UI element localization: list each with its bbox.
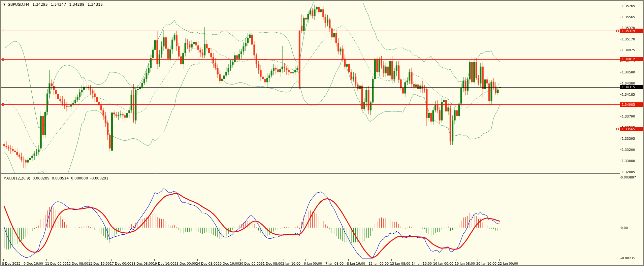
date-tick-label: 22 Jan 00:00: [498, 262, 518, 265]
price-tick-label: 1.34185: [622, 93, 635, 96]
date-tick-label: 8 Dec 2025: [2, 262, 21, 265]
close-value: 1.34315: [88, 2, 103, 7]
date-tick-label: 12 Dec 08:00: [67, 262, 88, 265]
date-tick-label: 31 Dec 08:00: [261, 262, 282, 265]
date-tick-label: 26 Dec 16:00: [218, 262, 239, 265]
date-tick-label: 8 Jan 16:00: [347, 262, 365, 265]
hline-price-label[interactable]: 1.33565: [620, 127, 643, 131]
price-tick-label: 1.35765: [622, 4, 635, 8]
price-tick-label: 1.35565: [622, 15, 635, 19]
macd-tick-label: 0.00: [621, 226, 628, 230]
low-value: 1.34289: [69, 2, 85, 7]
date-tick-label: 17 Dec 00:00: [110, 262, 131, 265]
high-value: 1.34347: [51, 2, 66, 7]
date-tick-label: 12 Jan 00:00: [368, 262, 389, 265]
price-chart-canvas[interactable]: [1, 1, 644, 266]
price-tick-label: 1.32805: [622, 170, 635, 174]
price-tick-label: 1.33200: [622, 148, 635, 152]
date-tick-label: 14 Jan 16:00: [412, 262, 432, 265]
price-tick-label: 1.35170: [622, 37, 635, 41]
macd-indicator-header: MACD(12,26,9)0.0002890.0005140.000000-0.…: [3, 176, 111, 180]
date-tick-label: 23 Dec 00:00: [174, 262, 196, 265]
symbol-dropdown-icon[interactable]: ▼: [3, 3, 5, 6]
date-tick-label: 20 Jan 16:00: [476, 262, 496, 265]
date-tick-label: 7 Jan 08:00: [325, 262, 344, 265]
date-tick-label: 30 Dec 00:00: [239, 262, 261, 265]
symbol-timeframe-label: GBPUSD,H4: [7, 2, 29, 7]
price-tick-label: 1.33395: [622, 137, 635, 140]
macd-value-1: 0.000289: [33, 176, 50, 180]
date-tick-label: 19 Dec 16:00: [153, 262, 174, 265]
macd-value-4: -0.000291: [90, 176, 108, 180]
macd-tick-label: -0.00235: [621, 256, 635, 260]
date-tick-label: 16 Jan 00:00: [433, 262, 453, 265]
open-value: 1.34295: [32, 2, 48, 7]
symbol-header: ▼GBPUSD,H41.342951.343471.342891.34315: [3, 2, 103, 7]
macd-tick-label: 0.003897: [621, 175, 636, 179]
date-tick-label: 2 Jan 16:00: [282, 262, 300, 265]
date-tick-label: 24 Dec 08:00: [196, 262, 218, 265]
date-tick-label: 15 Dec 16:00: [88, 262, 110, 265]
macd-value-3: 0.000000: [71, 176, 88, 180]
hline-price-label[interactable]: 1.35319: [620, 29, 643, 33]
price-tick-label: 1.34580: [622, 70, 635, 74]
price-tick-label: 1.33000: [622, 159, 635, 163]
macd-indicator-label: MACD(12,26,9): [3, 176, 30, 180]
current-price-label: 1.34315: [620, 85, 643, 89]
date-tick-label: 13 Jan 08:00: [390, 262, 410, 265]
hline-price-label[interactable]: 1.34005: [620, 102, 643, 107]
date-tick-label: 9 Dec 16:00: [24, 262, 43, 265]
date-tick-label: 19 Jan 08:00: [455, 262, 475, 265]
price-tick-label: 1.34975: [622, 48, 635, 52]
hline-price-label[interactable]: 1.34812: [620, 57, 643, 61]
date-tick-label: 18 Dec 08:00: [131, 262, 153, 265]
chart-window: ▼GBPUSD,H41.342951.343471.342891.34315 M…: [0, 0, 644, 266]
date-tick-label: 11 Dec 00:00: [45, 262, 67, 265]
price-tick-label: 1.33790: [622, 114, 635, 118]
date-tick-label: 6 Jan 00:00: [304, 262, 322, 265]
macd-value-2: 0.000514: [52, 176, 69, 180]
